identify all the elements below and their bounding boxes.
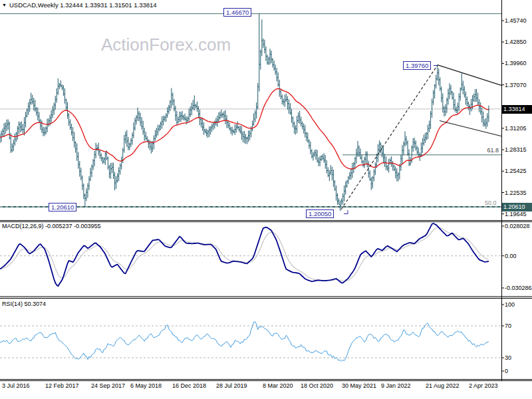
price-axis-label: 1.25425	[505, 168, 527, 174]
fib-level-500-label: 50.0	[485, 200, 497, 206]
annotation-connector-12005	[344, 210, 348, 214]
date-axis-label: 2 Apr 2023	[469, 382, 498, 389]
date-axis-label: 30 May 2021	[342, 382, 376, 389]
channel-trendline-1	[438, 65, 501, 86]
channel-trendline-2	[440, 121, 501, 136]
rsi-axis-label: 70	[505, 323, 511, 329]
current-price-axis-box: 1.33814	[502, 105, 532, 114]
date-axis-label: 18 Oct 2020	[301, 382, 333, 389]
date-axis-label: 6 May 2018	[130, 382, 162, 389]
date-axis-label: 16 Dec 2018	[172, 382, 206, 389]
level-price-axis-box: 1.20610	[502, 203, 532, 211]
annotation-high-2020[interactable]: 1.46670	[223, 8, 251, 17]
dashed-trendline	[341, 65, 438, 209]
rsi-line	[0, 322, 489, 362]
price-axis-label: 1.28315	[505, 146, 527, 153]
macd-axis-label: 0.028028	[505, 223, 530, 229]
watermark: ActionForex.com	[101, 35, 231, 55]
macd-signal-line	[0, 227, 489, 281]
symbol-dropdown[interactable]: ▼USDCAD,Weekly 1.32444 1.33931 1.31501 1…	[2, 1, 157, 9]
annotation-high-2022[interactable]: 1.39760	[403, 61, 431, 70]
dropdown-triangle-icon: ▼	[2, 3, 7, 7]
date-axis-label: 8 Mar 2020	[263, 382, 293, 389]
price-axis-label: 1.39960	[505, 60, 527, 66]
price-axis-label: 1.37070	[505, 82, 527, 88]
rsi-axis-label: 30	[505, 354, 511, 361]
annotation-level-2017-low[interactable]: 1.20610	[49, 203, 76, 211]
price-axis-label: 1.22535	[505, 190, 527, 196]
date-axis-label: 21 Aug 2022	[426, 382, 460, 389]
price-axis-label: 1.45740	[505, 17, 527, 24]
ohlc-bars	[0, 14, 489, 211]
annotation-low-2021[interactable]: 1.20050	[306, 209, 334, 218]
price-chart-canvas[interactable]: 1.457401.428501.399601.370701.340951.312…	[0, 0, 532, 399]
rsi-axis-label: 100	[505, 301, 515, 308]
price-axis-label: 1.19645	[505, 211, 527, 217]
date-axis-label: 24 Sep 2017	[91, 382, 125, 389]
date-axis-label: 9 Jan 2022	[381, 382, 411, 389]
price-axis-label: 1.42850	[505, 39, 527, 45]
macd-axis-label: -0.030286	[505, 285, 532, 291]
rsi-indicator-header: RSI(14) 50.3074	[2, 301, 46, 307]
macd-indicator-header: MACD(12,26,9) -0.005237 -0.003955	[2, 223, 101, 229]
price-axis-label: 1.31205	[505, 125, 527, 132]
date-axis-label: 28 Jul 2019	[216, 382, 247, 389]
macd-main-line	[0, 223, 489, 286]
chart-window: 1.457401.428501.399601.370701.340951.312…	[0, 0, 532, 399]
fib-level-618-label: 61.8	[480, 147, 499, 154]
date-axis-label: 12 Feb 2017	[45, 382, 79, 389]
moving-average-line	[0, 88, 489, 169]
macd-axis-label: 0.00	[505, 253, 517, 259]
rsi-axis-label: 0	[505, 368, 508, 374]
chart-title: USDCAD,Weekly 1.32444 1.33931 1.31501 1.…	[9, 1, 157, 9]
date-axis-label: 3 Jul 2016	[2, 382, 30, 389]
